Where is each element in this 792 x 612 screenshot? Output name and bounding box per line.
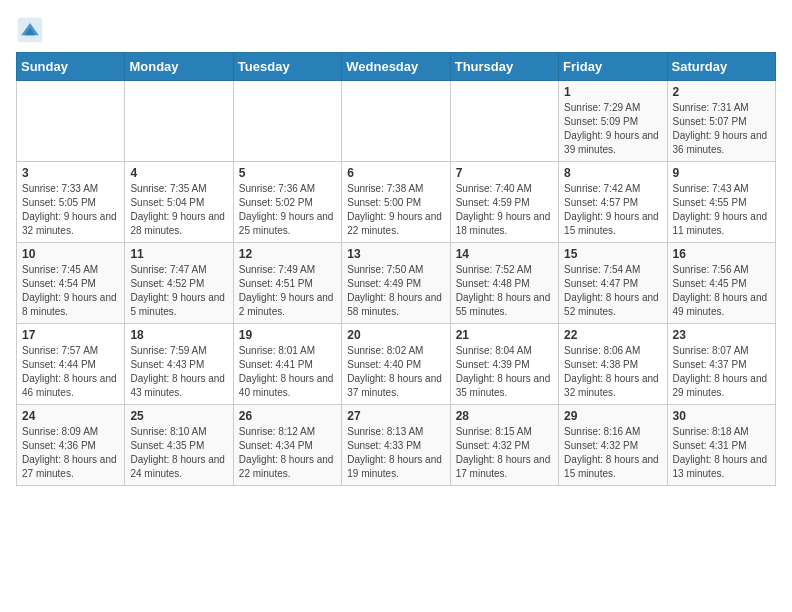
day-info: Sunrise: 7:35 AM Sunset: 5:04 PM Dayligh…	[130, 182, 227, 238]
calendar-cell: 17Sunrise: 7:57 AM Sunset: 4:44 PM Dayli…	[17, 324, 125, 405]
day-number: 20	[347, 328, 444, 342]
logo-icon	[16, 16, 44, 44]
calendar-cell: 24Sunrise: 8:09 AM Sunset: 4:36 PM Dayli…	[17, 405, 125, 486]
day-number: 6	[347, 166, 444, 180]
weekday-header: Friday	[559, 53, 667, 81]
day-info: Sunrise: 7:43 AM Sunset: 4:55 PM Dayligh…	[673, 182, 770, 238]
calendar-cell: 21Sunrise: 8:04 AM Sunset: 4:39 PM Dayli…	[450, 324, 558, 405]
day-number: 21	[456, 328, 553, 342]
day-info: Sunrise: 8:18 AM Sunset: 4:31 PM Dayligh…	[673, 425, 770, 481]
calendar-cell: 10Sunrise: 7:45 AM Sunset: 4:54 PM Dayli…	[17, 243, 125, 324]
calendar-cell: 29Sunrise: 8:16 AM Sunset: 4:32 PM Dayli…	[559, 405, 667, 486]
day-number: 24	[22, 409, 119, 423]
calendar-cell: 6Sunrise: 7:38 AM Sunset: 5:00 PM Daylig…	[342, 162, 450, 243]
day-number: 23	[673, 328, 770, 342]
day-info: Sunrise: 8:01 AM Sunset: 4:41 PM Dayligh…	[239, 344, 336, 400]
calendar-table: SundayMondayTuesdayWednesdayThursdayFrid…	[16, 52, 776, 486]
calendar-cell: 19Sunrise: 8:01 AM Sunset: 4:41 PM Dayli…	[233, 324, 341, 405]
calendar-cell: 3Sunrise: 7:33 AM Sunset: 5:05 PM Daylig…	[17, 162, 125, 243]
day-number: 9	[673, 166, 770, 180]
day-info: Sunrise: 7:47 AM Sunset: 4:52 PM Dayligh…	[130, 263, 227, 319]
day-info: Sunrise: 7:54 AM Sunset: 4:47 PM Dayligh…	[564, 263, 661, 319]
calendar-cell	[17, 81, 125, 162]
calendar-week-row: 24Sunrise: 8:09 AM Sunset: 4:36 PM Dayli…	[17, 405, 776, 486]
day-number: 2	[673, 85, 770, 99]
calendar-cell	[125, 81, 233, 162]
calendar-week-row: 10Sunrise: 7:45 AM Sunset: 4:54 PM Dayli…	[17, 243, 776, 324]
day-info: Sunrise: 8:10 AM Sunset: 4:35 PM Dayligh…	[130, 425, 227, 481]
calendar-cell	[342, 81, 450, 162]
day-number: 17	[22, 328, 119, 342]
day-info: Sunrise: 7:31 AM Sunset: 5:07 PM Dayligh…	[673, 101, 770, 157]
day-number: 1	[564, 85, 661, 99]
day-info: Sunrise: 7:45 AM Sunset: 4:54 PM Dayligh…	[22, 263, 119, 319]
day-number: 3	[22, 166, 119, 180]
day-number: 16	[673, 247, 770, 261]
calendar-cell: 12Sunrise: 7:49 AM Sunset: 4:51 PM Dayli…	[233, 243, 341, 324]
calendar-cell: 11Sunrise: 7:47 AM Sunset: 4:52 PM Dayli…	[125, 243, 233, 324]
day-number: 25	[130, 409, 227, 423]
day-number: 7	[456, 166, 553, 180]
weekday-header: Saturday	[667, 53, 775, 81]
day-info: Sunrise: 7:57 AM Sunset: 4:44 PM Dayligh…	[22, 344, 119, 400]
calendar-cell: 15Sunrise: 7:54 AM Sunset: 4:47 PM Dayli…	[559, 243, 667, 324]
day-info: Sunrise: 7:42 AM Sunset: 4:57 PM Dayligh…	[564, 182, 661, 238]
calendar-cell	[233, 81, 341, 162]
day-number: 29	[564, 409, 661, 423]
day-info: Sunrise: 7:29 AM Sunset: 5:09 PM Dayligh…	[564, 101, 661, 157]
day-number: 28	[456, 409, 553, 423]
calendar-cell: 13Sunrise: 7:50 AM Sunset: 4:49 PM Dayli…	[342, 243, 450, 324]
calendar-cell: 30Sunrise: 8:18 AM Sunset: 4:31 PM Dayli…	[667, 405, 775, 486]
day-info: Sunrise: 7:38 AM Sunset: 5:00 PM Dayligh…	[347, 182, 444, 238]
day-info: Sunrise: 8:16 AM Sunset: 4:32 PM Dayligh…	[564, 425, 661, 481]
day-info: Sunrise: 7:49 AM Sunset: 4:51 PM Dayligh…	[239, 263, 336, 319]
day-info: Sunrise: 7:50 AM Sunset: 4:49 PM Dayligh…	[347, 263, 444, 319]
header-row: SundayMondayTuesdayWednesdayThursdayFrid…	[17, 53, 776, 81]
calendar-cell: 25Sunrise: 8:10 AM Sunset: 4:35 PM Dayli…	[125, 405, 233, 486]
day-info: Sunrise: 8:07 AM Sunset: 4:37 PM Dayligh…	[673, 344, 770, 400]
calendar-week-row: 17Sunrise: 7:57 AM Sunset: 4:44 PM Dayli…	[17, 324, 776, 405]
day-number: 18	[130, 328, 227, 342]
day-info: Sunrise: 8:13 AM Sunset: 4:33 PM Dayligh…	[347, 425, 444, 481]
calendar-cell: 16Sunrise: 7:56 AM Sunset: 4:45 PM Dayli…	[667, 243, 775, 324]
calendar-cell: 9Sunrise: 7:43 AM Sunset: 4:55 PM Daylig…	[667, 162, 775, 243]
calendar-cell: 26Sunrise: 8:12 AM Sunset: 4:34 PM Dayli…	[233, 405, 341, 486]
day-info: Sunrise: 8:15 AM Sunset: 4:32 PM Dayligh…	[456, 425, 553, 481]
day-number: 12	[239, 247, 336, 261]
calendar-cell: 4Sunrise: 7:35 AM Sunset: 5:04 PM Daylig…	[125, 162, 233, 243]
logo	[16, 16, 48, 44]
day-info: Sunrise: 7:59 AM Sunset: 4:43 PM Dayligh…	[130, 344, 227, 400]
weekday-header: Thursday	[450, 53, 558, 81]
weekday-header: Tuesday	[233, 53, 341, 81]
calendar-cell: 8Sunrise: 7:42 AM Sunset: 4:57 PM Daylig…	[559, 162, 667, 243]
weekday-header: Sunday	[17, 53, 125, 81]
day-number: 15	[564, 247, 661, 261]
day-info: Sunrise: 8:12 AM Sunset: 4:34 PM Dayligh…	[239, 425, 336, 481]
day-number: 27	[347, 409, 444, 423]
calendar-cell: 5Sunrise: 7:36 AM Sunset: 5:02 PM Daylig…	[233, 162, 341, 243]
day-info: Sunrise: 8:02 AM Sunset: 4:40 PM Dayligh…	[347, 344, 444, 400]
day-info: Sunrise: 8:09 AM Sunset: 4:36 PM Dayligh…	[22, 425, 119, 481]
calendar-cell	[450, 81, 558, 162]
day-number: 4	[130, 166, 227, 180]
page-header	[16, 16, 776, 44]
day-info: Sunrise: 8:06 AM Sunset: 4:38 PM Dayligh…	[564, 344, 661, 400]
calendar-cell: 7Sunrise: 7:40 AM Sunset: 4:59 PM Daylig…	[450, 162, 558, 243]
day-info: Sunrise: 7:36 AM Sunset: 5:02 PM Dayligh…	[239, 182, 336, 238]
day-number: 22	[564, 328, 661, 342]
calendar-cell: 22Sunrise: 8:06 AM Sunset: 4:38 PM Dayli…	[559, 324, 667, 405]
calendar-cell: 18Sunrise: 7:59 AM Sunset: 4:43 PM Dayli…	[125, 324, 233, 405]
calendar-week-row: 1Sunrise: 7:29 AM Sunset: 5:09 PM Daylig…	[17, 81, 776, 162]
day-number: 5	[239, 166, 336, 180]
calendar-cell: 28Sunrise: 8:15 AM Sunset: 4:32 PM Dayli…	[450, 405, 558, 486]
calendar-cell: 20Sunrise: 8:02 AM Sunset: 4:40 PM Dayli…	[342, 324, 450, 405]
day-number: 14	[456, 247, 553, 261]
day-number: 11	[130, 247, 227, 261]
day-info: Sunrise: 7:52 AM Sunset: 4:48 PM Dayligh…	[456, 263, 553, 319]
calendar-cell: 2Sunrise: 7:31 AM Sunset: 5:07 PM Daylig…	[667, 81, 775, 162]
calendar-cell: 14Sunrise: 7:52 AM Sunset: 4:48 PM Dayli…	[450, 243, 558, 324]
day-number: 26	[239, 409, 336, 423]
calendar-cell: 1Sunrise: 7:29 AM Sunset: 5:09 PM Daylig…	[559, 81, 667, 162]
day-number: 30	[673, 409, 770, 423]
calendar-cell: 23Sunrise: 8:07 AM Sunset: 4:37 PM Dayli…	[667, 324, 775, 405]
